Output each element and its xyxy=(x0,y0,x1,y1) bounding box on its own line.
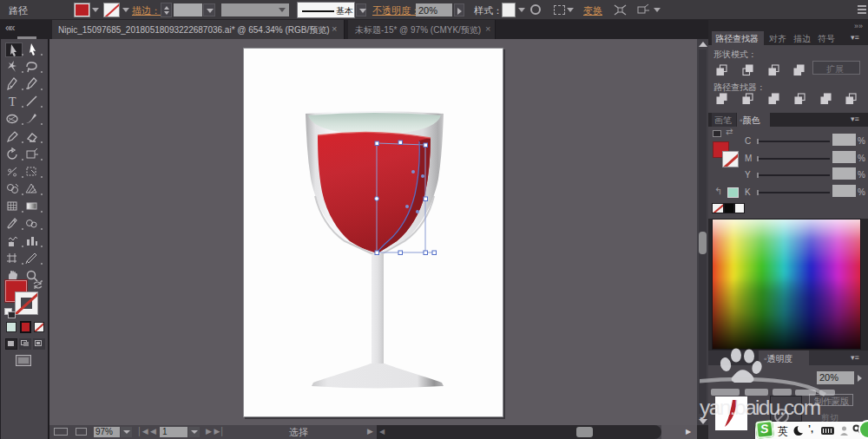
svg-text:T: T xyxy=(9,95,16,108)
svg-text:yan.baidu.com: yan.baidu.com xyxy=(700,396,820,419)
